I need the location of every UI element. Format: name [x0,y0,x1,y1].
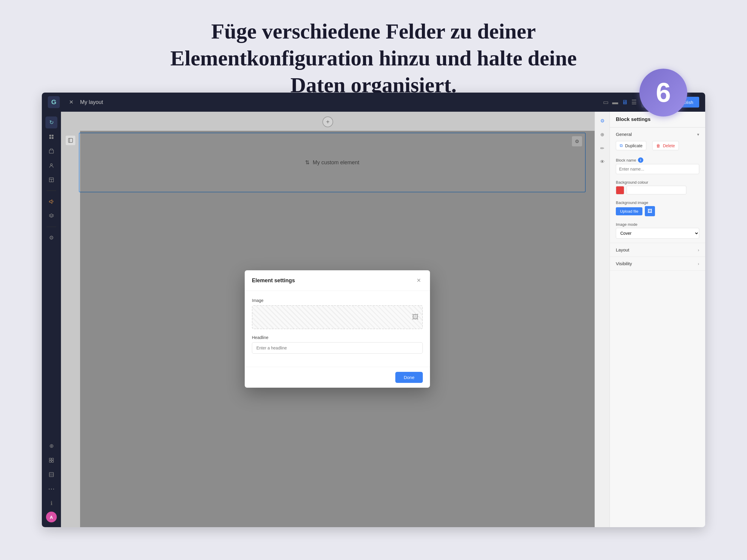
panel-actions: ⧉ Duplicate 🗑 Delete [610,141,705,154]
svg-rect-9 [49,458,51,460]
background-colour-label: Background colour [610,177,705,186]
svg-rect-12 [52,460,53,462]
image-upload-icon-btn[interactable]: 🖼 [645,206,655,216]
layout-section[interactable]: Layout › [610,243,705,257]
view-icons: ▭ ▬ 🖥 ☰ [603,99,637,106]
sidebar-item-users[interactable] [45,159,57,171]
block-name-info-icon: i [638,157,643,163]
step-badge: 6 [639,69,687,116]
right-panel-title: Block settings [616,116,650,123]
canvas-add-button[interactable]: + [323,116,333,127]
tablet-view-icon[interactable]: ▬ [612,99,618,106]
svg-rect-13 [49,473,53,477]
right-icon-settings[interactable]: ⚙ [598,116,607,126]
duplicate-icon: ⧉ [620,143,623,148]
image-field-label: Image [252,298,423,303]
left-sidebar: ↻ [42,112,61,527]
modal-overlay: Element settings ✕ Image 🖼 Headline Done [80,131,595,527]
modal-footer: Done [245,367,430,388]
svg-rect-11 [49,460,51,462]
list-view-icon[interactable]: ☰ [632,99,637,106]
sidebar-item-settings[interactable]: ⚙ [45,232,57,244]
chevron-down-icon: ▾ [697,132,699,137]
upload-file-button[interactable]: Upload file [616,207,642,215]
element-settings-modal: Element settings ✕ Image 🖼 Headline Done [245,270,430,388]
headline-field-label: Headline [252,335,423,340]
right-panel: Block settings General ▾ ⧉ Duplicate [610,112,705,527]
svg-rect-16 [69,138,73,142]
sidebar-item-table[interactable] [45,174,57,186]
svg-rect-0 [49,135,51,136]
sidebar-item-refresh[interactable]: ↻ [45,116,57,128]
image-mode-label: Image mode [610,219,705,228]
sidebar-item-grid[interactable] [45,469,57,481]
sidebar-item-megaphone[interactable] [45,196,57,208]
background-image-label: Background image [610,197,705,206]
sidebar-info[interactable]: ℹ [45,497,57,509]
main-content: ↻ [42,112,705,527]
chevron-right-icon: › [698,247,699,252]
sidebar-bottom: ⊕ ⋯ ℹ [45,440,57,523]
sidebar-item-add[interactable]: ⊕ [45,440,57,452]
delete-button[interactable]: 🗑 Delete [652,141,678,150]
browser-window: G ✕ My layout ▭ ▬ 🖥 ☰ English Publish ↻ [42,92,705,527]
layout-title: My layout [80,99,598,105]
desktop-view-icon[interactable]: 🖥 [622,99,628,106]
layout-label: Layout [616,247,629,252]
delete-icon: 🗑 [656,143,660,148]
background-colour-row [610,186,705,197]
canvas-area: + ⚙ ⇅ My custom element [61,112,595,527]
svg-point-5 [51,164,52,165]
sidebar-item-layers[interactable] [45,131,57,143]
block-name-label: Block name i [610,154,705,164]
general-section: General ▾ ⧉ Duplicate 🗑 Delete [610,128,705,243]
right-icon-add[interactable]: ⊕ [598,130,607,139]
visibility-label: Visibility [616,261,632,266]
color-swatch-red[interactable] [616,186,624,194]
image-mode-select[interactable]: Cover [616,228,699,239]
avatar[interactable]: A [46,512,57,523]
sidebar-dots[interactable]: ⋯ [45,483,57,495]
headline-input[interactable] [252,342,423,354]
general-label: General [616,132,632,137]
duplicate-button[interactable]: ⧉ Duplicate [616,141,646,150]
chevron-right-icon-2: › [698,261,699,266]
image-upload-area[interactable]: 🖼 [252,305,423,329]
modal-header: Element settings ✕ [245,270,430,291]
right-icon-edit[interactable]: ✏ [598,143,607,153]
canvas-toolbar: + [61,116,595,127]
top-bar: G ✕ My layout ▭ ▬ 🖥 ☰ English Publish [42,92,705,112]
logo: G [48,96,60,108]
close-button[interactable]: ✕ [67,98,75,106]
image-upload-icon: 🖼 [412,313,419,321]
svg-rect-3 [52,137,53,139]
modal-close-button[interactable]: ✕ [414,276,423,285]
right-side-icons: ⚙ ⊕ ✏ 👁 [595,112,610,527]
sidebar-item-stack[interactable] [45,210,57,222]
done-button[interactable]: Done [395,372,423,383]
background-image-row: Upload file 🖼 [610,206,705,219]
svg-rect-1 [52,135,53,136]
color-input[interactable] [626,186,686,194]
general-section-header[interactable]: General ▾ [610,128,705,141]
svg-rect-10 [52,458,53,460]
svg-rect-2 [49,137,51,139]
mobile-view-icon[interactable]: ▭ [603,99,609,106]
block-name-input[interactable] [616,164,699,174]
right-icon-eye[interactable]: 👁 [598,157,607,167]
modal-body: Image 🖼 Headline [245,291,430,367]
sidebar-item-components[interactable] [45,454,57,466]
visibility-section[interactable]: Visibility › [610,257,705,271]
hero-title: Füge verschiedene Felder zu deiner Eleme… [60,18,687,99]
svg-rect-4 [49,150,53,153]
modal-title: Element settings [252,277,295,284]
sidebar-toggle[interactable] [66,136,75,145]
image-mode-select-row: Cover [610,228,705,243]
sidebar-item-package[interactable] [45,145,57,157]
